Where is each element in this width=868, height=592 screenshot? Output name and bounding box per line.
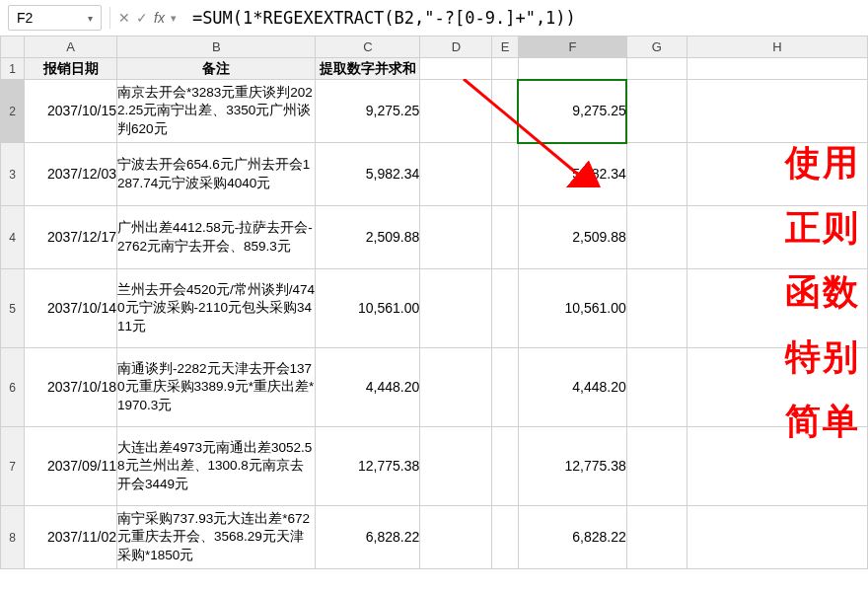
cell-A8[interactable]: 2037/11/02 <box>25 506 117 569</box>
cell-H8[interactable] <box>687 506 867 569</box>
cell-F3[interactable]: 5,982.34 <box>518 143 626 206</box>
cell-E3[interactable] <box>492 143 518 206</box>
cell-G7[interactable] <box>626 427 687 506</box>
cell-D5[interactable] <box>420 269 492 348</box>
cell-B5[interactable]: 兰州去开会4520元/常州谈判/4740元宁波采购-2110元包头采购3411元 <box>117 269 316 348</box>
col-header-D[interactable]: D <box>420 37 492 58</box>
cancel-icon[interactable]: ✕ <box>118 10 130 26</box>
row-header[interactable]: 6 <box>1 348 25 427</box>
col-header-F[interactable]: F <box>518 37 626 58</box>
row-header[interactable]: 8 <box>1 506 25 569</box>
cell-C4[interactable]: 2,509.88 <box>316 206 420 269</box>
spreadsheet-grid[interactable]: A B C D E F G H 1 报销日期 备注 提取数字并求和 2 2037… <box>0 36 868 569</box>
cell-B7[interactable]: 大连出差4973元南通出差3052.58元兰州出差、1300.8元南京去开会34… <box>117 427 316 506</box>
col-header-C[interactable]: C <box>316 37 420 58</box>
cell-H1[interactable] <box>687 58 867 80</box>
cell-G2[interactable] <box>626 80 687 143</box>
cell-F1[interactable] <box>518 58 626 80</box>
cell-D2[interactable] <box>420 80 492 143</box>
row-header[interactable]: 1 <box>1 58 25 80</box>
col-header-B[interactable]: B <box>117 37 316 58</box>
name-box[interactable]: F2 ▾ <box>8 5 102 31</box>
cell-F7[interactable]: 12,775.38 <box>518 427 626 506</box>
chevron-down-icon[interactable]: ▾ <box>88 13 93 24</box>
col-header-E[interactable]: E <box>492 37 518 58</box>
confirm-icon[interactable]: ✓ <box>136 10 148 26</box>
cell-H3[interactable] <box>687 143 867 206</box>
row-header[interactable]: 5 <box>1 269 25 348</box>
cell-B2[interactable]: 南京去开会*3283元重庆谈判2022.25元南宁出差、3350元广州谈判620… <box>117 80 316 143</box>
cell-A1[interactable]: 报销日期 <box>25 58 117 80</box>
cell-C6[interactable]: 4,448.20 <box>316 348 420 427</box>
cell-F4[interactable]: 2,509.88 <box>518 206 626 269</box>
cell-A2[interactable]: 2037/10/15 <box>25 80 117 143</box>
row-header[interactable]: 4 <box>1 206 25 269</box>
cell-G3[interactable] <box>626 143 687 206</box>
cell-D4[interactable] <box>420 206 492 269</box>
col-header-G[interactable]: G <box>626 37 687 58</box>
cell-H2[interactable] <box>687 80 867 143</box>
cell-G4[interactable] <box>626 206 687 269</box>
cell-D6[interactable] <box>420 348 492 427</box>
cell-H7[interactable] <box>687 427 867 506</box>
cell-A5[interactable]: 2037/10/14 <box>25 269 117 348</box>
col-header-H[interactable]: H <box>687 37 867 58</box>
cell-C1[interactable]: 提取数字并求和 <box>316 58 420 80</box>
cell-D1[interactable] <box>420 58 492 80</box>
cell-H4[interactable] <box>687 206 867 269</box>
name-box-value: F2 <box>17 10 33 26</box>
cell-F2-selected[interactable]: 9,275.25 <box>518 80 626 143</box>
formula-text: =SUM(1*REGEXEXTRACT(B2,"-?[0-9.]+",1)) <box>192 8 576 28</box>
cell-E2[interactable] <box>492 80 518 143</box>
cell-G1[interactable] <box>626 58 687 80</box>
cell-E4[interactable] <box>492 206 518 269</box>
cell-G5[interactable] <box>626 269 687 348</box>
cell-C2[interactable]: 9,275.25 <box>316 80 420 143</box>
cell-H6[interactable] <box>687 348 867 427</box>
cell-C3[interactable]: 5,982.34 <box>316 143 420 206</box>
divider <box>109 7 110 29</box>
cell-E6[interactable] <box>492 348 518 427</box>
cell-C5[interactable]: 10,561.00 <box>316 269 420 348</box>
cell-D7[interactable] <box>420 427 492 506</box>
row-header[interactable]: 7 <box>1 427 25 506</box>
fx-icon[interactable]: fx <box>154 10 165 26</box>
cell-A3[interactable]: 2037/12/03 <box>25 143 117 206</box>
cell-A7[interactable]: 2037/09/11 <box>25 427 117 506</box>
cell-E7[interactable] <box>492 427 518 506</box>
formula-bar[interactable]: =SUM(1*REGEXEXTRACT(B2,"-?[0-9.]+",1)) <box>182 5 860 31</box>
cell-E5[interactable] <box>492 269 518 348</box>
cell-G8[interactable] <box>626 506 687 569</box>
cell-D8[interactable] <box>420 506 492 569</box>
cell-B8[interactable]: 南宁采购737.93元大连出差*672元重庆去开会、3568.29元天津采购*1… <box>117 506 316 569</box>
cell-A6[interactable]: 2037/10/18 <box>25 348 117 427</box>
cell-H5[interactable] <box>687 269 867 348</box>
cell-F6[interactable]: 4,448.20 <box>518 348 626 427</box>
cell-E1[interactable] <box>492 58 518 80</box>
row-header[interactable]: 3 <box>1 143 25 206</box>
cell-B3[interactable]: 宁波去开会654.6元广州去开会1287.74元宁波采购4040元 <box>117 143 316 206</box>
select-all-corner[interactable] <box>1 37 25 58</box>
cell-C8[interactable]: 6,828.22 <box>316 506 420 569</box>
cell-B6[interactable]: 南通谈判-2282元天津去开会1370元重庆采购3389.9元*重庆出差*197… <box>117 348 316 427</box>
chevron-down-icon[interactable]: ▾ <box>171 12 177 25</box>
cell-F8[interactable]: 6,828.22 <box>518 506 626 569</box>
cell-C7[interactable]: 12,775.38 <box>316 427 420 506</box>
cell-B1[interactable]: 备注 <box>117 58 316 80</box>
cell-F5[interactable]: 10,561.00 <box>518 269 626 348</box>
cell-A4[interactable]: 2037/12/17 <box>25 206 117 269</box>
cell-G6[interactable] <box>626 348 687 427</box>
cell-D3[interactable] <box>420 143 492 206</box>
col-header-A[interactable]: A <box>25 37 117 58</box>
cell-E8[interactable] <box>492 506 518 569</box>
cell-B4[interactable]: 广州出差4412.58元-拉萨去开会-2762元南宁去开会、859.3元 <box>117 206 316 269</box>
row-header[interactable]: 2 <box>1 80 25 143</box>
